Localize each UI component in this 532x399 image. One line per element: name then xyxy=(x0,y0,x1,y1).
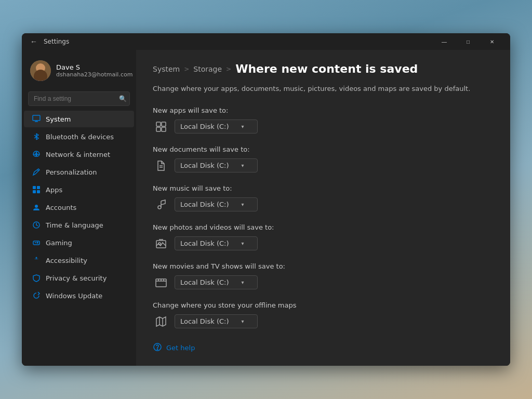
apps-dropdown-arrow: ▾ xyxy=(241,124,244,129)
titlebar-left: ← Settings xyxy=(28,35,432,48)
svg-point-14 xyxy=(37,242,38,243)
sidebar-item-personalization[interactable]: Personalization xyxy=(24,164,134,180)
user-profile: Dave S dshanaha23@hotmail.com xyxy=(22,54,136,89)
help-section: Get help xyxy=(153,342,494,354)
sidebar-item-accessibility[interactable]: Accessibility xyxy=(24,252,134,269)
docs-setting-icon xyxy=(153,157,169,174)
music-drive-dropdown[interactable]: Local Disk (C:) ▾ xyxy=(175,197,258,211)
svg-point-15 xyxy=(36,257,37,259)
titlebar-controls: — □ ✕ xyxy=(432,33,504,50)
setting-photos: New photos and videos will save to: Loca… xyxy=(153,223,494,252)
svg-rect-11 xyxy=(33,241,39,245)
setting-apps-label: New apps will save to: xyxy=(153,107,494,114)
breadcrumb-separator-1: > xyxy=(184,65,189,73)
minimize-button[interactable]: — xyxy=(432,33,456,50)
avatar-image xyxy=(30,60,51,81)
sidebar-item-system[interactable]: System xyxy=(24,111,134,127)
apps-drive-dropdown[interactable]: Local Disk (C:) ▾ xyxy=(175,119,258,134)
sidebar-item-time[interactable]: Time & language xyxy=(24,217,134,233)
svg-point-9 xyxy=(35,205,38,208)
svg-rect-6 xyxy=(37,186,40,189)
setting-documents-label: New documents will save to: xyxy=(153,145,494,153)
personalization-icon xyxy=(32,168,41,176)
documents-dropdown-arrow: ▾ xyxy=(241,163,244,168)
page-description: Change where your apps, documents, music… xyxy=(153,84,494,94)
maps-setting-icon xyxy=(153,313,169,330)
back-button[interactable]: ← xyxy=(28,35,39,48)
user-info: Dave S dshanaha23@hotmail.com xyxy=(56,63,132,78)
movies-dropdown-arrow: ▾ xyxy=(241,280,244,285)
svg-rect-17 xyxy=(162,122,166,126)
sidebar: Dave S dshanaha23@hotmail.com 🔍 System B… xyxy=(22,50,136,366)
close-button[interactable]: ✕ xyxy=(480,33,504,50)
setting-apps: New apps will save to: Local Disk (C:) ▾ xyxy=(153,107,494,135)
music-drive-value: Local Disk (C:) xyxy=(180,201,229,208)
system-icon xyxy=(32,115,41,123)
sidebar-item-network[interactable]: Network & internet xyxy=(24,146,134,163)
sidebar-item-bluetooth[interactable]: Bluetooth & devices xyxy=(24,128,134,145)
svg-rect-8 xyxy=(37,190,40,193)
sidebar-item-windows-update[interactable]: Windows Update xyxy=(24,287,134,304)
breadcrumb-system[interactable]: System xyxy=(153,65,180,73)
sidebar-item-privacy[interactable]: Privacy & security xyxy=(24,270,134,286)
movies-setting-icon xyxy=(153,274,169,291)
bluetooth-icon xyxy=(32,132,41,141)
svg-rect-16 xyxy=(156,122,161,126)
sidebar-item-privacy-label: Privacy & security xyxy=(46,274,107,282)
svg-point-34 xyxy=(157,349,158,350)
photos-drive-dropdown[interactable]: Local Disk (C:) ▾ xyxy=(175,236,258,250)
user-email: dshanaha23@hotmail.com xyxy=(56,71,132,78)
sidebar-item-personalization-label: Personalization xyxy=(46,168,97,176)
titlebar: ← Settings — □ ✕ xyxy=(22,33,510,50)
breadcrumb: System > Storage > Where new content is … xyxy=(153,62,494,75)
setting-movies: New movies and TV shows will save to: Lo… xyxy=(153,262,494,291)
setting-photos-row: Local Disk (C:) ▾ xyxy=(153,235,494,252)
sidebar-item-gaming[interactable]: Gaming xyxy=(24,234,134,251)
photos-drive-value: Local Disk (C:) xyxy=(180,240,229,247)
settings-window: ← Settings — □ ✕ Dave S dshanaha23@hotma… xyxy=(22,33,510,366)
get-help-link[interactable]: Get help xyxy=(166,344,195,352)
search-icon[interactable]: 🔍 xyxy=(119,95,127,102)
movies-drive-dropdown[interactable]: Local Disk (C:) ▾ xyxy=(175,275,258,289)
apps-setting-icon xyxy=(153,118,169,135)
sidebar-item-accessibility-label: Accessibility xyxy=(46,257,87,264)
setting-music-label: New music will save to: xyxy=(153,184,494,192)
breadcrumb-storage[interactable]: Storage xyxy=(193,65,222,73)
time-icon xyxy=(32,221,41,229)
sidebar-item-network-label: Network & internet xyxy=(46,151,110,158)
breadcrumb-separator-2: > xyxy=(226,65,231,73)
accounts-icon xyxy=(32,203,41,211)
svg-rect-5 xyxy=(33,186,36,189)
network-icon xyxy=(32,150,41,158)
maps-drive-value: Local Disk (C:) xyxy=(180,317,229,325)
svg-rect-0 xyxy=(33,115,40,121)
maps-dropdown-arrow: ▾ xyxy=(241,318,244,324)
windows-update-icon xyxy=(32,291,41,300)
svg-rect-19 xyxy=(162,127,166,131)
sidebar-item-gaming-label: Gaming xyxy=(46,239,72,247)
privacy-icon xyxy=(32,274,41,282)
setting-maps-label: Change where you store your offline maps xyxy=(153,301,494,309)
window-content: Dave S dshanaha23@hotmail.com 🔍 System B… xyxy=(22,50,510,366)
documents-drive-dropdown[interactable]: Local Disk (C:) ▾ xyxy=(175,158,258,172)
gaming-icon xyxy=(32,238,41,247)
setting-documents-row: Local Disk (C:) ▾ xyxy=(153,157,494,174)
apps-icon xyxy=(32,185,41,194)
music-setting-icon xyxy=(153,196,169,213)
setting-documents: New documents will save to: Local Disk (… xyxy=(153,145,494,174)
sidebar-item-apps-label: Apps xyxy=(46,186,62,194)
sidebar-item-accounts[interactable]: Accounts xyxy=(24,199,134,216)
maximize-button[interactable]: □ xyxy=(456,33,480,50)
accessibility-icon xyxy=(32,256,41,264)
photos-dropdown-arrow: ▾ xyxy=(241,241,244,246)
sidebar-item-windows-update-label: Windows Update xyxy=(46,292,102,300)
search-box: 🔍 xyxy=(28,91,130,106)
search-input[interactable] xyxy=(28,91,130,106)
maps-drive-dropdown[interactable]: Local Disk (C:) ▾ xyxy=(175,314,258,328)
svg-rect-18 xyxy=(156,127,161,131)
svg-line-4 xyxy=(37,170,38,171)
apps-drive-value: Local Disk (C:) xyxy=(180,123,229,130)
documents-drive-value: Local Disk (C:) xyxy=(180,162,229,169)
help-icon xyxy=(153,342,162,354)
sidebar-item-apps[interactable]: Apps xyxy=(24,181,134,198)
